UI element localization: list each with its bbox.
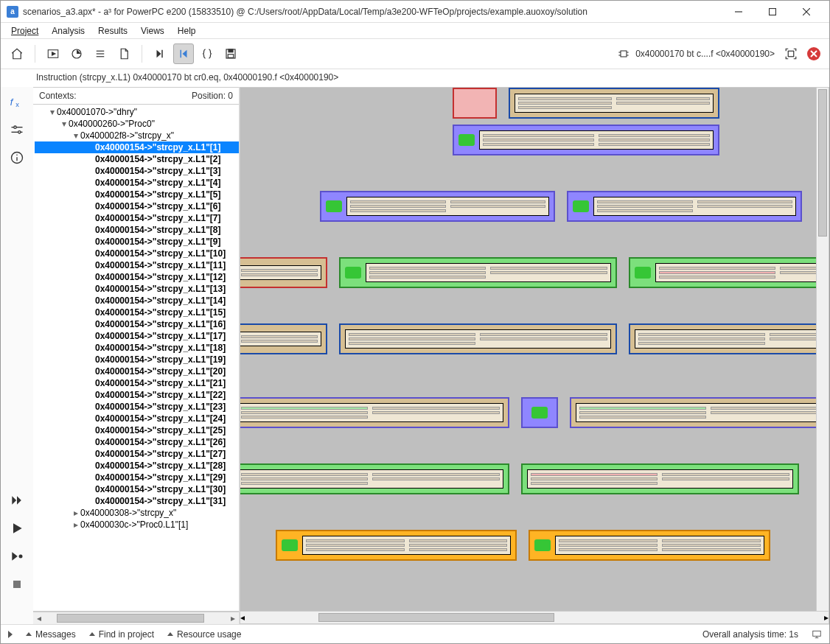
home-button[interactable] — [7, 43, 27, 64]
menu-project[interactable]: Project — [5, 24, 44, 38]
status-analysis-time: Overall analysis time: 1s — [702, 629, 798, 640]
tree-row[interactable]: 0x40000154->"strcpy_x.L1"[5] — [35, 189, 239, 200]
titlebar: a scenarios_a3.apx* - a³ for PowerPC e20… — [1, 1, 829, 23]
graph-block[interactable] — [453, 125, 719, 155]
sliders-button[interactable] — [7, 119, 27, 140]
status-resource[interactable]: Resource usage — [167, 629, 241, 640]
graph-canvas[interactable] — [240, 87, 829, 612]
close-button[interactable] — [789, 1, 823, 23]
tree-row[interactable]: 0x40000154->"strcpy_x.L1"[3] — [35, 165, 239, 177]
graph-block[interactable] — [521, 397, 558, 428]
graph-block[interactable] — [240, 323, 327, 354]
tree-row[interactable]: 0x40000154->"strcpy_x.L1"[12] — [35, 271, 239, 283]
tree-row[interactable]: 0x40000154->"strcpy_x.L1"[24] — [35, 413, 239, 424]
stop-square-button[interactable] — [7, 574, 27, 595]
braces-button[interactable] — [197, 43, 217, 64]
save-button[interactable] — [220, 43, 241, 64]
tree-row[interactable]: 0x40000154->"strcpy_x.L1"[6] — [35, 200, 239, 212]
tree-row[interactable]: 0x40000154->"strcpy_x.L1"[21] — [35, 377, 239, 389]
svg-text:x: x — [15, 101, 19, 108]
graph-block[interactable] — [240, 397, 509, 428]
status-messages[interactable]: Messages — [26, 629, 76, 640]
tree-row[interactable]: 0x40000154->"strcpy_x.L1"[2] — [35, 153, 239, 165]
status-find[interactable]: Find in project — [89, 629, 154, 640]
play-preview-button[interactable] — [43, 43, 63, 64]
graph-block[interactable] — [339, 323, 617, 354]
tree-row[interactable]: ▾0x40001070->"dhry" — [35, 106, 239, 118]
tree-row[interactable]: 0x40000154->"strcpy_x.L1"[1] — [35, 141, 239, 153]
tree-row[interactable]: 0x40000154->"strcpy_x.L1"[27] — [35, 448, 239, 460]
graph-block[interactable] — [509, 88, 719, 119]
svg-rect-17 — [621, 51, 627, 57]
svg-rect-22 — [788, 51, 794, 57]
info-button[interactable] — [7, 147, 27, 168]
graph-vertical-scrollbar[interactable] — [816, 88, 829, 611]
fast-forward-button[interactable] — [7, 490, 27, 511]
graph-block[interactable] — [320, 191, 555, 222]
left-icon-strip: fx — [1, 87, 33, 624]
fx-button[interactable]: fx — [7, 91, 27, 112]
fit-view-button[interactable] — [781, 43, 801, 64]
contexts-tree[interactable]: ▾0x40001070->"dhry" ▾0x40000260->"Proc0"… — [33, 105, 239, 532]
tree-row[interactable]: 0x40000154->"strcpy_x.L1"[17] — [35, 330, 239, 342]
tree-horizontal-scrollbar[interactable]: ◂▸ — [33, 612, 239, 624]
play-to-mark-button[interactable] — [7, 546, 27, 567]
tree-row[interactable]: 0x40000154->"strcpy_x.L1"[29] — [35, 472, 239, 483]
tree-row[interactable]: 0x40000154->"strcpy_x.L1"[19] — [35, 354, 239, 365]
tree-row[interactable]: 0x40000154->"strcpy_x.L1"[25] — [35, 424, 239, 436]
tree-row[interactable]: 0x40000154->"strcpy_x.L1"[13] — [35, 283, 239, 295]
instruction-line: Instruction (strcpy_x.L1) 0x40000170 bt … — [1, 69, 829, 87]
pie-button[interactable] — [66, 43, 87, 64]
graph-horizontal-scrollbar[interactable]: ◂▸ — [240, 612, 829, 624]
svg-point-33 — [16, 154, 18, 155]
graph-block[interactable] — [240, 463, 509, 494]
tree-row[interactable]: 0x40000154->"strcpy_x.L1"[20] — [35, 365, 239, 377]
tree-row[interactable]: 0x40000154->"strcpy_x.L1"[15] — [35, 307, 239, 318]
tree-row[interactable]: 0x40000154->"strcpy_x.L1"[26] — [35, 436, 239, 448]
document-button[interactable] — [114, 43, 134, 64]
tree-row[interactable]: ▸0x4000030c->"Proc0.L1"[1] — [35, 519, 239, 531]
tree-row[interactable]: 0x40000154->"strcpy_x.L1"[14] — [35, 295, 239, 307]
stop-button[interactable] — [807, 47, 820, 60]
graph-block[interactable] — [629, 323, 829, 354]
tree-row[interactable]: ▾0x40000260->"Proc0" — [35, 118, 239, 130]
menu-views[interactable]: Views — [135, 24, 170, 38]
menu-help[interactable]: Help — [172, 24, 202, 38]
toolbar-address-label: 0x40000170 bt c....f <0x40000190> — [635, 49, 775, 59]
graph-block[interactable] — [529, 530, 770, 561]
graph-block[interactable] — [521, 463, 799, 494]
app-icon: a — [7, 6, 18, 18]
graph-block[interactable] — [240, 257, 327, 288]
tree-row[interactable]: 0x40000154->"strcpy_x.L1"[23] — [35, 401, 239, 413]
tree-row[interactable]: 0x40000154->"strcpy_x.L1"[16] — [35, 318, 239, 330]
maximize-button[interactable] — [756, 1, 789, 23]
list-button[interactable] — [90, 43, 111, 64]
tree-row[interactable]: 0x40000154->"strcpy_x.L1"[7] — [35, 212, 239, 224]
tree-row[interactable]: 0x40000154->"strcpy_x.L1"[31] — [35, 495, 239, 507]
menu-analysis[interactable]: Analysis — [46, 24, 91, 38]
minimize-button[interactable] — [722, 1, 756, 23]
tree-row[interactable]: 0x40000154->"strcpy_x.L1"[28] — [35, 460, 239, 472]
graph-block[interactable] — [567, 191, 802, 222]
play-button[interactable] — [7, 518, 27, 539]
tree-row[interactable]: 0x40000154->"strcpy_x.L1"[4] — [35, 177, 239, 189]
tree-row[interactable]: 0x40000154->"strcpy_x.L1"[18] — [35, 342, 239, 354]
tree-row[interactable]: 0x40000154->"strcpy_x.L1"[22] — [35, 389, 239, 401]
expand-icon[interactable] — [8, 631, 13, 638]
graph-block[interactable] — [276, 530, 517, 561]
graph-block[interactable] — [629, 257, 829, 288]
tree-row[interactable]: ▾0x400002f8->"strcpy_x" — [35, 130, 239, 141]
tree-row[interactable]: 0x40000154->"strcpy_x.L1"[8] — [35, 224, 239, 236]
menu-results[interactable]: Results — [92, 24, 133, 38]
tree-row[interactable]: 0x40000154->"strcpy_x.L1"[9] — [35, 236, 239, 248]
tree-row[interactable]: 0x40000154->"strcpy_x.L1"[30] — [35, 483, 239, 495]
forward-step-button[interactable] — [150, 43, 170, 64]
graph-block[interactable] — [570, 397, 829, 428]
tree-row[interactable]: 0x40000154->"strcpy_x.L1"[10] — [35, 248, 239, 259]
tree-row[interactable]: ▸0x40000308->"strcpy_x" — [35, 507, 239, 519]
back-step-button[interactable] — [173, 43, 194, 64]
tree-row[interactable]: 0x40000154->"strcpy_x.L1"[11] — [35, 259, 239, 271]
svg-marker-37 — [12, 552, 17, 561]
graph-block[interactable] — [339, 257, 617, 288]
graph-block[interactable] — [453, 88, 497, 119]
